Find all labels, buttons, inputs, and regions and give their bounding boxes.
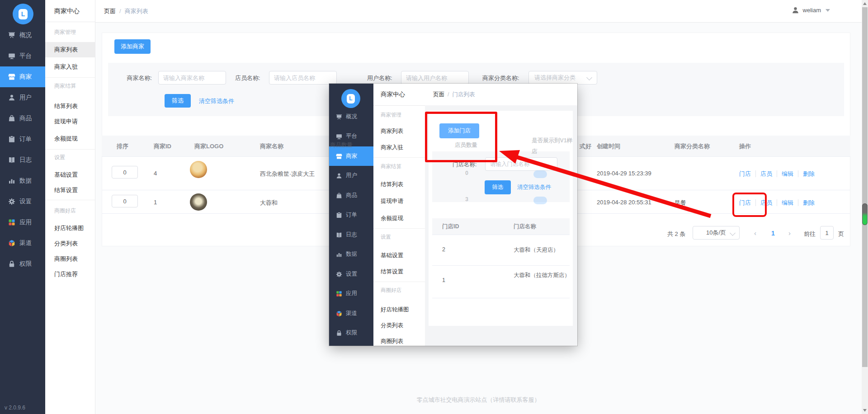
- sort-input[interactable]: [112, 195, 138, 207]
- sidebar-item-label: 日志: [19, 156, 32, 164]
- sidebar-item-overview[interactable]: 概况: [0, 25, 45, 46]
- app-logo[interactable]: L: [341, 89, 360, 108]
- scroll-up-arrow-icon[interactable]: [863, 2, 867, 5]
- sidebar-item-logs[interactable]: 日志: [329, 225, 373, 245]
- submenu-item-settlement-list[interactable]: 结算列表: [54, 102, 78, 110]
- submenu-item-settlement-settings[interactable]: 结算设置: [381, 268, 403, 276]
- submenu-item-banner[interactable]: 好店轮播图: [54, 224, 84, 232]
- submenu-item-basic-settings[interactable]: 基础设置: [54, 171, 78, 179]
- delete-link[interactable]: 删除: [793, 199, 815, 207]
- sidebar-item-orders[interactable]: 订单: [0, 129, 45, 150]
- submenu-section-merchant-mgmt: 商家管理: [54, 28, 76, 36]
- scroll-down-arrow-icon[interactable]: [863, 409, 867, 412]
- submenu-item-district-list[interactable]: 商圈列表: [54, 255, 78, 263]
- submenu-item-category-list[interactable]: 分类列表: [54, 240, 78, 248]
- sidebar-item-data[interactable]: 数据: [0, 170, 45, 191]
- merchant-name-input[interactable]: [158, 71, 226, 85]
- submenu-section-settlement: 商家结算: [381, 163, 401, 170]
- window-scrollbar[interactable]: [862, 0, 868, 414]
- category-name: 早餐: [675, 199, 686, 207]
- clerk-name-input[interactable]: [269, 71, 337, 85]
- cube-icon: [336, 310, 342, 317]
- module-title: 商家中心: [45, 0, 95, 22]
- chevron-down-icon: [730, 230, 736, 236]
- sidebar-item-user[interactable]: 用户: [329, 166, 373, 185]
- sidebar-item-permissions[interactable]: 权限: [0, 254, 45, 274]
- sidebar-item-platform[interactable]: 平台: [0, 46, 45, 66]
- breadcrumb-root[interactable]: 页面: [104, 8, 116, 14]
- submenu-item-settlement-settings[interactable]: 结算设置: [54, 186, 78, 194]
- submenu-item-settlement-list[interactable]: 结算列表: [381, 181, 403, 188]
- filter-button[interactable]: 筛选: [165, 94, 191, 108]
- clipboard-icon: [336, 212, 342, 218]
- shop-icon: [8, 73, 15, 80]
- sidebar-item-settings[interactable]: 设置: [329, 264, 373, 284]
- sidebar-item-goods[interactable]: 商品: [0, 108, 45, 129]
- edit-link[interactable]: 编辑: [772, 199, 793, 207]
- sidebar-item-data[interactable]: 数据: [329, 245, 373, 264]
- lock-icon: [8, 260, 15, 268]
- submenu-item-category-list[interactable]: 分类列表: [381, 322, 403, 329]
- add-merchant-button[interactable]: 添加商家: [114, 39, 151, 54]
- scrollbar-thumb[interactable]: [862, 203, 868, 225]
- submenu-item-merchant-list[interactable]: 商家列表: [381, 127, 403, 135]
- created-time: 2019-04-29 15:23:39: [597, 170, 651, 177]
- col-fragment: 式好: [580, 142, 591, 151]
- next-page-button[interactable]: ›: [788, 229, 791, 237]
- submenu-item-withdraw-apply[interactable]: 提现申请: [54, 118, 78, 126]
- merchant-logo: [190, 161, 207, 178]
- page-size-select[interactable]: 10条/页: [693, 226, 740, 240]
- sidebar-item-merchant[interactable]: 商家: [0, 66, 45, 87]
- submenu-item-balance-withdraw[interactable]: 余额提现: [381, 215, 403, 222]
- delete-link[interactable]: 删除: [793, 170, 815, 178]
- submenu-item-basic-settings[interactable]: 基础设置: [381, 252, 403, 259]
- app-logo[interactable]: L: [13, 4, 33, 24]
- sidebar-item-settings[interactable]: 设置: [0, 191, 45, 212]
- page-number[interactable]: 1: [771, 230, 775, 237]
- scrollbar-track[interactable]: [862, 7, 868, 367]
- sidebar-item-apps[interactable]: 应用: [329, 284, 373, 303]
- col-merchant-id: 商家ID: [154, 142, 171, 151]
- sidebar-item-orders[interactable]: 订单: [329, 205, 373, 225]
- goto-page-input[interactable]: [820, 226, 834, 240]
- sidebar-item-merchant[interactable]: 商家: [329, 146, 373, 166]
- edit-link[interactable]: 编辑: [772, 170, 793, 178]
- stores-link[interactable]: 门店: [739, 170, 751, 178]
- prev-page-button[interactable]: ‹: [754, 229, 756, 237]
- user-menu[interactable]: weliam: [792, 6, 830, 14]
- overlay-primary-sidebar: L 概况 平台 商家 用户 商品 订单 日志 数据 设置 应用 渠道 权限: [329, 84, 373, 346]
- row-divider: [432, 298, 570, 298]
- merchant-name: 大蓉和: [260, 199, 278, 207]
- submenu-item-merchant-entry[interactable]: 商家入驻: [54, 63, 78, 71]
- submenu-item-merchant-list[interactable]: 商家列表: [45, 42, 95, 57]
- breadcrumb-root[interactable]: 页面: [433, 91, 444, 98]
- page-size-value: 10条/页: [706, 229, 726, 236]
- sidebar-item-channels[interactable]: 渠道: [0, 233, 45, 254]
- sidebar-item-permissions[interactable]: 权限: [329, 323, 373, 343]
- clear-filter-link[interactable]: 清空筛选条件: [517, 183, 551, 191]
- submenu-section-settings: 设置: [381, 234, 391, 240]
- sidebar-item-user[interactable]: 用户: [0, 87, 45, 108]
- filter-button[interactable]: 筛选: [485, 180, 511, 194]
- clerks-link[interactable]: 店员: [751, 170, 772, 178]
- sidebar-item-apps[interactable]: 应用: [0, 212, 45, 233]
- username: weliam: [803, 7, 821, 14]
- sidebar-item-logs[interactable]: 日志: [0, 150, 45, 170]
- col-created: 创建时间: [597, 142, 620, 151]
- submenu-item-district-list[interactable]: 商圈列表: [381, 338, 403, 345]
- sidebar-item-label: 权限: [19, 260, 32, 268]
- user-avatar-icon: [792, 6, 799, 14]
- submenu-item-withdraw-apply[interactable]: 提现申请: [381, 198, 403, 205]
- submenu-item-merchant-entry[interactable]: 商家入驻: [381, 144, 403, 151]
- sort-input[interactable]: [112, 166, 138, 179]
- merchant-name: 西北杂粮筐·凉皮大王: [260, 170, 315, 178]
- sidebar-item-overview[interactable]: 概况: [329, 107, 373, 127]
- merchant-category-select[interactable]: 请选择商家分类: [528, 71, 597, 85]
- submenu-item-balance-withdraw[interactable]: 余额提现: [54, 135, 78, 143]
- sidebar-item-channels[interactable]: 渠道: [329, 304, 373, 323]
- user-name-input[interactable]: [401, 71, 469, 85]
- sidebar-item-goods[interactable]: 商品: [329, 186, 373, 205]
- submenu-item-banner[interactable]: 好店轮播图: [381, 306, 409, 314]
- clear-filter-link[interactable]: 清空筛选条件: [199, 97, 234, 105]
- submenu-item-store-recommend[interactable]: 门店推荐: [54, 270, 78, 278]
